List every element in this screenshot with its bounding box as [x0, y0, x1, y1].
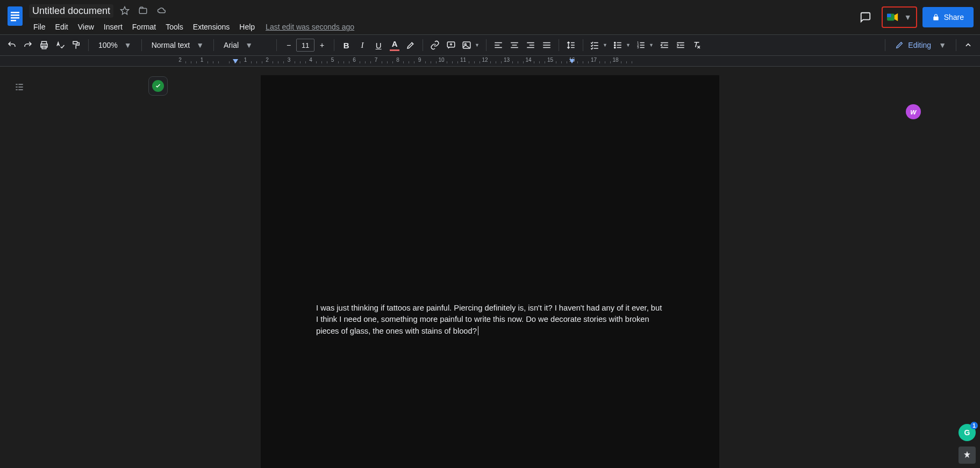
svg-text:3: 3 [637, 46, 639, 49]
menu-edit[interactable]: Edit [51, 20, 73, 33]
move-icon[interactable] [136, 4, 150, 18]
style-value: Normal text [152, 41, 190, 49]
svg-rect-3 [11, 17, 19, 19]
font-size-input[interactable] [296, 39, 314, 52]
menu-insert[interactable]: Insert [99, 20, 127, 33]
undo-icon[interactable] [4, 38, 19, 53]
chevron-down-icon: ▼ [475, 42, 480, 48]
bulleted-list-icon[interactable]: ▼ [611, 38, 633, 53]
font-value: Arial [224, 41, 239, 49]
ruler-label: 2 [266, 57, 269, 63]
separator [486, 39, 487, 51]
paragraph-style-select[interactable]: Normal text▼ [146, 38, 209, 53]
menu-file[interactable]: File [29, 20, 50, 33]
align-justify-icon[interactable] [539, 38, 554, 53]
document-body[interactable]: I was just thinking if tattoos are painf… [316, 303, 664, 337]
menu-view[interactable]: View [74, 20, 98, 33]
spellcheck-icon[interactable] [53, 38, 68, 53]
hide-menus-icon[interactable] [961, 38, 976, 53]
text-color-icon[interactable]: A [387, 38, 402, 53]
workspace: I was just thinking if tattoos are painf… [0, 67, 980, 468]
bold-icon[interactable]: B [339, 38, 354, 53]
document-page[interactable]: I was just thinking if tattoos are painf… [261, 75, 719, 468]
chevron-down-icon: ▼ [626, 42, 631, 48]
checklist-icon[interactable]: ▼ [588, 38, 610, 53]
separator [956, 39, 956, 51]
align-left-icon[interactable] [491, 38, 506, 53]
star-icon[interactable] [118, 4, 132, 18]
ruler-label: 11 [460, 57, 466, 63]
insert-link-icon[interactable] [427, 38, 442, 53]
ruler-label: 17 [591, 57, 597, 63]
lock-icon [932, 13, 940, 21]
chevron-down-icon: ▼ [649, 42, 654, 48]
spelling-ok-badge[interactable] [148, 76, 168, 96]
body-text: I was just thinking if tattoos are painf… [316, 304, 662, 335]
addon-badge[interactable]: w [906, 104, 921, 119]
align-center-icon[interactable] [507, 38, 522, 53]
editing-label: Editing [908, 41, 931, 49]
insert-image-icon[interactable]: ▼ [460, 38, 482, 53]
cloud-status-icon[interactable] [154, 4, 169, 18]
title-row: Untitled document [29, 3, 354, 18]
ruler-label: 4 [309, 57, 312, 63]
italic-icon[interactable]: I [355, 38, 370, 53]
share-button[interactable]: Share [922, 7, 974, 27]
grammarly-count-badge: 1 [970, 422, 978, 429]
grammarly-icon[interactable]: G 1 [958, 424, 976, 441]
comments-history-icon[interactable] [855, 6, 876, 28]
ruler-label: 5 [331, 57, 334, 63]
chevron-down-icon: ▼ [603, 42, 607, 48]
menu-extensions[interactable]: Extensions [189, 20, 234, 33]
indent-marker-right[interactable] [569, 59, 575, 63]
docs-logo-icon[interactable] [4, 5, 26, 27]
svg-rect-13 [73, 41, 77, 44]
document-outline-icon[interactable] [10, 77, 29, 97]
explore-icon[interactable] [958, 447, 976, 464]
clear-formatting-icon[interactable] [689, 38, 704, 53]
separator [213, 39, 214, 51]
svg-rect-1 [11, 12, 19, 13]
ruler-label: 6 [353, 57, 356, 63]
separator [276, 39, 277, 51]
line-spacing-icon[interactable] [563, 38, 578, 53]
svg-rect-9 [887, 14, 891, 17]
menu-tools[interactable]: Tools [161, 20, 188, 33]
ruler-label: 15 [547, 57, 553, 63]
indent-marker-left[interactable] [233, 59, 238, 63]
last-edit-link[interactable]: Last edit was seconds ago [266, 23, 354, 31]
document-title[interactable]: Untitled document [29, 4, 113, 18]
svg-rect-6 [139, 9, 147, 14]
menu-help[interactable]: Help [235, 20, 259, 33]
redo-icon[interactable] [20, 38, 35, 53]
highlight-icon[interactable] [403, 38, 418, 53]
editing-mode-select[interactable]: Editing ▼ [890, 37, 952, 53]
print-icon[interactable] [37, 38, 52, 53]
ruler[interactable]: 21123456789101112131415161718 [0, 56, 980, 67]
indent-decrease-icon[interactable] [657, 38, 672, 53]
numbered-list-icon[interactable]: 123▼ [634, 38, 656, 53]
insert-comment-icon[interactable] [443, 38, 459, 53]
ruler-label: 13 [504, 57, 510, 63]
title-area: Untitled document File Edit View Insert … [29, 3, 354, 34]
ruler-label: 12 [482, 57, 488, 63]
separator [88, 39, 89, 51]
chevron-down-icon: ▼ [124, 41, 132, 49]
separator [583, 39, 583, 51]
floating-controls: G 1 [958, 424, 976, 464]
font-select[interactable]: Arial▼ [218, 38, 272, 53]
chevron-down-icon: ▼ [939, 41, 946, 49]
font-size-decrease[interactable]: − [281, 38, 296, 53]
align-right-icon[interactable] [523, 38, 538, 53]
chevron-down-icon: ▼ [904, 13, 912, 21]
underline-icon[interactable]: U [371, 38, 386, 53]
menu-format[interactable]: Format [128, 20, 160, 33]
zoom-value: 100% [98, 41, 118, 49]
paint-format-icon[interactable] [69, 38, 84, 53]
separator [141, 39, 142, 51]
zoom-select[interactable]: 100%▼ [93, 38, 137, 53]
meet-button[interactable]: ▼ [882, 6, 917, 28]
ruler-label: 3 [288, 57, 291, 63]
font-size-increase[interactable]: + [314, 38, 330, 53]
indent-increase-icon[interactable] [673, 38, 688, 53]
